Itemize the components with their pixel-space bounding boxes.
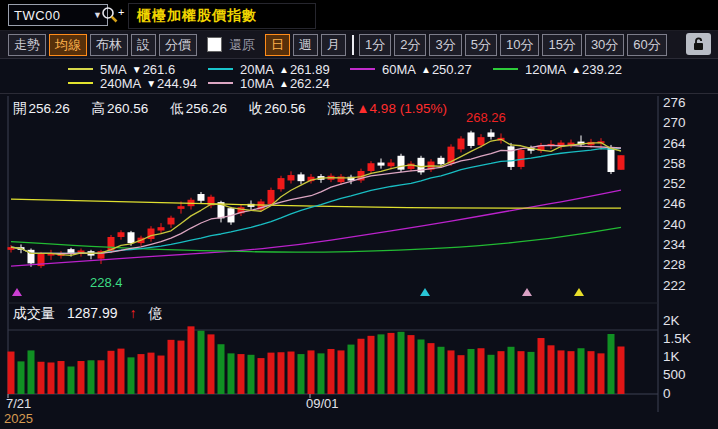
candle-body: [438, 158, 445, 164]
volume-bar: [48, 362, 55, 394]
volume-bar: [428, 343, 435, 394]
legend-direction-triangle: ▼: [132, 64, 142, 75]
restore-label: 還原: [229, 36, 255, 54]
minute-tab-5[interactable]: 15分: [542, 34, 581, 56]
volume-bar: [248, 355, 255, 394]
volume-bar: [578, 348, 585, 394]
minute-tab-4[interactable]: 10分: [500, 34, 539, 56]
symbol-code: TWC00: [14, 8, 61, 23]
legend-direction-triangle: ▲: [421, 64, 431, 75]
ma-line-10ma: [11, 145, 621, 253]
search-button[interactable]: +: [100, 4, 130, 26]
view-tab-0[interactable]: 走勢: [8, 34, 46, 56]
restore-checkbox-wrap[interactable]: 還原: [207, 36, 255, 54]
view-tab-2[interactable]: 布林: [90, 34, 128, 56]
symbol-selector[interactable]: TWC00 ▼: [8, 4, 108, 26]
candle-body: [278, 178, 285, 189]
volume-bar: [388, 333, 395, 394]
period-tab-1[interactable]: 週: [293, 34, 318, 56]
signal-marker-triangle-3: [574, 288, 584, 296]
legend-ma-value: 244.94: [157, 76, 197, 91]
volume-bar: [148, 353, 155, 394]
volume-bar: [118, 349, 125, 394]
period-tab-0[interactable]: 日: [265, 34, 290, 56]
candle-body: [388, 163, 395, 167]
volume-bar: [158, 356, 165, 394]
minute-tab-7[interactable]: 60分: [627, 34, 666, 56]
close-value: 260.56: [264, 101, 305, 116]
volume-bar: [408, 335, 415, 394]
legend-direction-triangle: ▲: [571, 64, 581, 75]
volume-bar: [508, 347, 515, 394]
toolbar-separator: [352, 35, 354, 55]
legend-direction-triangle: ▲: [279, 78, 289, 89]
period-tab-2[interactable]: 月: [321, 34, 346, 56]
volume-bar: [268, 353, 275, 394]
open-label: 開: [13, 101, 27, 116]
candle-body: [198, 194, 205, 201]
signal-marker-triangle-0: [12, 288, 22, 296]
price-axis-tick-222: 222: [663, 278, 686, 293]
trough-price-annotation: 228.4: [90, 275, 123, 290]
lock-button[interactable]: [686, 33, 711, 55]
volume-bar: [288, 352, 295, 394]
minute-tab-3[interactable]: 5分: [465, 34, 497, 56]
volume-bar: [228, 353, 235, 394]
legend-direction-triangle: ▼: [146, 78, 156, 89]
volume-bar: [168, 340, 175, 394]
top-bar: TWC00 ▼ + 櫃檯加權股價指數: [0, 0, 718, 31]
candle-body: [618, 155, 625, 170]
volume-bar: [418, 339, 425, 394]
minute-tab-6[interactable]: 30分: [585, 34, 624, 56]
view-tab-3[interactable]: 設: [131, 34, 156, 56]
volume-bar: [318, 353, 325, 394]
candle-body: [168, 218, 175, 225]
candle-body: [118, 232, 125, 237]
volume-bar: [258, 358, 265, 394]
legend-line-sample: [208, 82, 233, 84]
volume-bar: [438, 347, 445, 394]
legend-ma-name: 240MA: [100, 76, 141, 91]
volume-bar: [278, 352, 285, 394]
minute-tab-1[interactable]: 2分: [394, 34, 426, 56]
price-axis-tick-246: 246: [663, 196, 686, 211]
candle-body: [378, 163, 385, 166]
volume-bar: [358, 339, 365, 394]
minute-tab-2[interactable]: 3分: [429, 34, 461, 56]
legend-ma-name: 120MA: [525, 62, 566, 77]
legend-direction-triangle: ▲: [279, 64, 289, 75]
volume-axis-tick-1K: 1K: [663, 349, 680, 364]
volume-bar: [328, 349, 335, 394]
x-axis-year-label: 2025: [4, 411, 33, 426]
close-label: 收: [249, 101, 263, 116]
volume-bar: [188, 326, 195, 394]
view-tab-1[interactable]: 均線: [49, 34, 87, 56]
signal-marker-triangle-2: [522, 288, 532, 296]
svg-text:+: +: [118, 6, 124, 18]
change-label: 漲跌: [327, 101, 354, 116]
volume-bar: [298, 354, 305, 394]
volume-bar: [208, 334, 215, 394]
candle-body: [488, 132, 495, 136]
restore-checkbox[interactable]: [207, 37, 222, 52]
volume-bar: [468, 349, 475, 394]
volume-bar: [368, 336, 375, 394]
volume-bar: [28, 350, 35, 394]
volume-unit: 億: [148, 305, 162, 321]
volume-bar: [528, 352, 535, 394]
volume-bar: [548, 345, 555, 394]
volume-bar: [558, 350, 565, 394]
legend-ma-value: 262.24: [290, 76, 330, 91]
candle-body: [128, 232, 135, 243]
candlestick-chart-canvas[interactable]: [0, 94, 718, 429]
volume-bar: [498, 351, 505, 394]
volume-axis-tick-0: 0: [663, 386, 671, 401]
minute-tab-0[interactable]: 1分: [359, 34, 391, 56]
volume-row: 成交量 1287.99 ↑ 億: [13, 305, 170, 323]
price-axis-tick-264: 264: [663, 136, 686, 151]
view-tab-4[interactable]: 分價: [159, 34, 197, 56]
candle-body: [178, 206, 185, 209]
candle-body: [298, 174, 305, 181]
volume-axis-tick-500: 500: [663, 367, 686, 382]
price-axis-tick-234: 234: [663, 237, 686, 252]
